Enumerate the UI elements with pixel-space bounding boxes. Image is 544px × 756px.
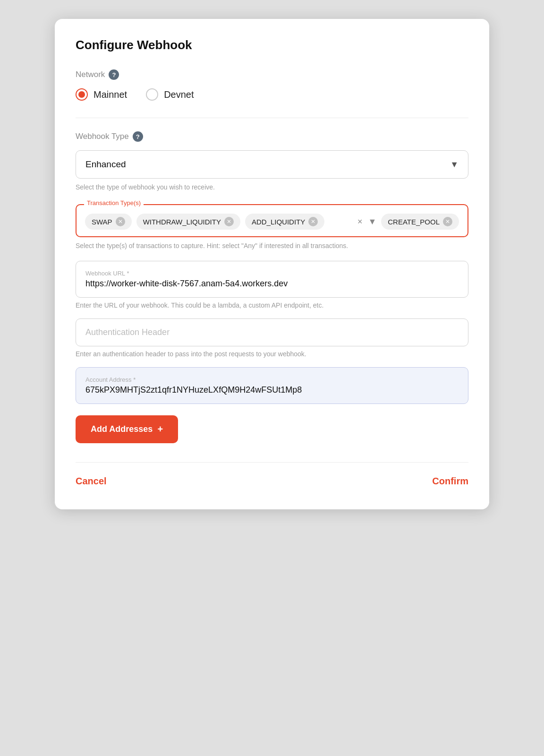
devnet-radio[interactable] [146,88,158,101]
tag-create-pool: CREATE_POOL ✕ [381,214,459,230]
auth-header-hint: Enter an authentication header to pass i… [76,350,468,358]
divider-1 [76,118,468,118]
account-address-value[interactable]: 675kPX9MHTjS2zt1qfr1NYHuzeLXfQM9H24wFSUt… [85,385,459,395]
tag-withdraw-label: WITHDRAW_LIQUIDITY [143,218,221,226]
webhook-type-section: Webhook Type ? Enhanced ▼ Select the typ… [76,131,468,191]
add-addresses-label: Add Addresses [91,424,153,434]
tag-swap: SWAP ✕ [85,214,132,230]
mainnet-option[interactable]: Mainnet [76,88,127,101]
add-addresses-button[interactable]: Add Addresses + [76,415,178,443]
webhook-url-hint: Enter the URL of your webhook. This coul… [76,301,468,309]
configure-webhook-modal: Configure Webhook Network ? Mainnet Devn… [55,19,489,509]
mainnet-radio[interactable] [76,88,88,101]
transaction-tags-row: SWAP ✕ WITHDRAW_LIQUIDITY ✕ ADD_LIQUIDIT… [85,214,459,230]
tag-create-label: CREATE_POOL [388,218,440,226]
account-address-label: Account Address * [85,376,459,383]
footer-actions: Cancel Confirm [76,462,468,487]
network-radio-group: Mainnet Devnet [76,88,468,101]
modal-title: Configure Webhook [76,38,468,52]
add-addresses-plus-icon: + [157,424,163,435]
webhook-url-label: Webhook URL * [85,270,459,277]
webhook-url-wrapper: Webhook URL * https://worker-white-disk-… [76,261,468,298]
webhook-type-select[interactable]: Enhanced ▼ [76,150,468,179]
transaction-types-label: Transaction Type(s) [84,199,144,206]
tag-swap-remove[interactable]: ✕ [116,217,125,226]
auth-header-input[interactable]: Authentication Header [85,327,459,337]
network-label: Network ? [76,69,468,80]
webhook-url-section: Webhook URL * https://worker-white-disk-… [76,261,468,309]
webhook-type-help-icon[interactable]: ? [133,131,143,142]
tag-swap-label: SWAP [92,218,112,226]
devnet-label: Devnet [164,89,194,100]
tags-actions: × ▼ [357,217,376,227]
transaction-hint: Select the type(s) of transactions to ca… [76,242,468,249]
mainnet-radio-inner [78,91,85,98]
transaction-dropdown-arrow-icon[interactable]: ▼ [368,217,376,227]
mainnet-label: Mainnet [94,89,127,100]
devnet-option[interactable]: Devnet [146,88,194,101]
tag-add-liquidity: ADD_LIQUIDITY ✕ [245,214,324,230]
auth-header-wrapper: Authentication Header [76,318,468,346]
tag-add-remove[interactable]: ✕ [308,217,318,226]
transaction-types-section: Transaction Type(s) SWAP ✕ WITHDRAW_LIQU… [76,204,468,237]
tag-withdraw-remove[interactable]: ✕ [224,217,234,226]
webhook-url-value[interactable]: https://worker-white-disk-7567.anam-5a4.… [85,279,459,289]
webhook-type-hint: Select the type of webhook you wish to r… [76,183,468,191]
network-help-icon[interactable]: ? [109,69,119,80]
tag-add-label: ADD_LIQUIDITY [252,218,305,226]
confirm-button[interactable]: Confirm [432,476,468,487]
tag-withdraw-liquidity: WITHDRAW_LIQUIDITY ✕ [136,214,240,230]
webhook-type-value: Enhanced [85,159,126,170]
webhook-type-chevron-icon: ▼ [450,160,459,170]
account-address-wrapper: Account Address * 675kPX9MHTjS2zt1qfr1NY… [76,367,468,404]
cancel-button[interactable]: Cancel [76,476,107,487]
webhook-type-label: Webhook Type ? [76,131,468,142]
tag-create-remove[interactable]: ✕ [443,217,452,226]
auth-header-section: Authentication Header Enter an authentic… [76,318,468,358]
clear-tags-icon[interactable]: × [357,217,363,227]
